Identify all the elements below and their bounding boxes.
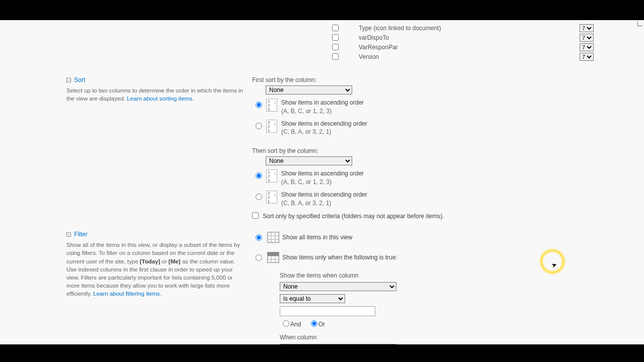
view-settings-page: Type (icon linked to document) 70 varDis…	[0, 20, 644, 344]
filter-or-radio[interactable]	[311, 320, 317, 327]
section-header[interactable]: − Sort	[66, 76, 245, 83]
sort-desc-icon: 321↓	[266, 191, 277, 204]
column-row: Version 73	[0, 52, 644, 61]
sort-asc-icon: 123↓	[266, 169, 277, 183]
sort-asc-radio[interactable]	[256, 102, 262, 108]
then-sort-column-select[interactable]: None	[266, 156, 352, 165]
filter-and-radio[interactable]	[283, 320, 289, 327]
column-checkbox[interactable]	[332, 44, 339, 50]
first-sort-column-select[interactable]: None	[266, 85, 352, 95]
column-checkbox[interactable]	[332, 53, 339, 60]
section-header[interactable]: − Filter	[66, 231, 245, 238]
filter-andor: And Or	[280, 320, 594, 328]
section-title: Sort	[74, 76, 85, 83]
first-sort-label: First sort by the column:	[252, 76, 594, 83]
sort2-desc-option[interactable]: 321↓ Show items in descending order(C, B…	[256, 191, 594, 208]
column-row: varDispoTo 71	[0, 33, 644, 42]
sort-desc-radio[interactable]	[256, 123, 262, 129]
when-column2-label: When column	[280, 334, 594, 341]
grid-filtered-icon	[267, 252, 279, 263]
column-label: Version	[359, 53, 379, 60]
column-order-select[interactable]: 70	[580, 24, 594, 32]
section-title: Filter	[74, 231, 88, 238]
then-sort-label: Then sort by the column:	[252, 147, 594, 154]
sort-asc-icon: 123↓	[266, 99, 277, 112]
column-order-select[interactable]: 72	[580, 43, 594, 51]
window-titlebar	[0, 0, 644, 20]
section-description: Select up to two columns to determine th…	[66, 86, 245, 103]
column-label: VarResponPar	[359, 44, 398, 51]
when-column-label: Show the items when column	[280, 272, 594, 279]
window-bottombar	[0, 344, 644, 362]
column-order-select[interactable]: 73	[580, 53, 594, 61]
column-order-select[interactable]: 71	[580, 34, 594, 42]
show-filtered-radio[interactable]	[256, 254, 262, 261]
sort2-asc-radio[interactable]	[256, 172, 262, 179]
sort-asc-option[interactable]: 123↓ Show items in ascending order(A, B,…	[256, 99, 594, 116]
sort-desc-option[interactable]: 321↓ Show items in descending order(C, B…	[256, 120, 594, 137]
column-label: Type (icon linked to document)	[359, 25, 441, 32]
column-row: Type (icon linked to document) 70	[0, 23, 644, 33]
column-checkbox[interactable]	[332, 34, 339, 41]
sort-desc-icon: 321↓	[266, 120, 277, 133]
show-all-radio[interactable]	[256, 234, 262, 241]
sort2-desc-radio[interactable]	[256, 194, 262, 200]
column-checklist: Type (icon linked to document) 70 varDis…	[0, 23, 644, 61]
learn-sorting-link[interactable]: Learn about sorting items.	[127, 96, 194, 102]
sort2-asc-option[interactable]: 123↓ Show items in ascending order(A, B,…	[256, 169, 594, 187]
column-row: VarResponPar 72	[0, 42, 644, 52]
learn-filtering-link[interactable]: Learn about filtering items.	[93, 291, 162, 297]
collapse-icon[interactable]: −	[66, 232, 71, 237]
column-label: varDispoTo	[359, 34, 389, 41]
filter-column-select[interactable]: None	[280, 282, 396, 291]
filter-value-input[interactable]	[280, 306, 375, 316]
filter-operator-select[interactable]: is equal to	[280, 294, 345, 303]
filter-clause: Show the items when column None is equal…	[280, 272, 594, 344]
sort-section: − Sort Select up to two columns to deter…	[0, 76, 644, 220]
collapse-icon[interactable]: −	[66, 78, 71, 82]
show-filtered-option[interactable]: Show items only when the following is tr…	[256, 252, 594, 263]
column-checkbox[interactable]	[332, 25, 339, 31]
sort-only-checkbox[interactable]	[252, 212, 259, 219]
show-all-option[interactable]: Show all items in this view	[256, 232, 594, 243]
filter-section: − Filter Show all of the items in this v…	[0, 231, 644, 344]
grid-all-icon	[267, 232, 279, 243]
section-description: Show all of the items in this view, or d…	[66, 241, 245, 298]
sort-only-specified[interactable]: Sort only by specified criteria (folders…	[252, 212, 594, 220]
